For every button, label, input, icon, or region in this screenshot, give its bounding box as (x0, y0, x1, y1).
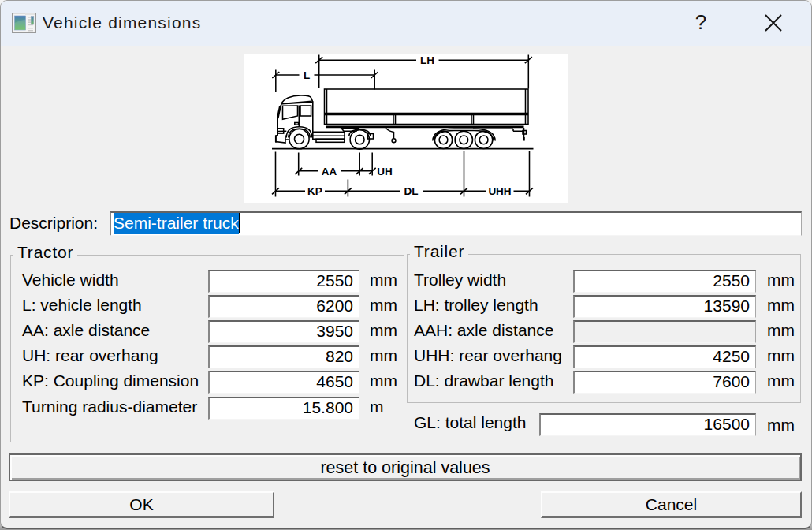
svg-text:DL: DL (404, 185, 419, 197)
svg-text:UHH: UHH (488, 185, 511, 197)
svg-text:L: L (304, 69, 310, 81)
svg-text:LH: LH (420, 54, 434, 66)
svg-text:KP: KP (307, 185, 322, 197)
svg-text:AA: AA (322, 166, 337, 177)
svg-text:UH: UH (377, 166, 393, 177)
